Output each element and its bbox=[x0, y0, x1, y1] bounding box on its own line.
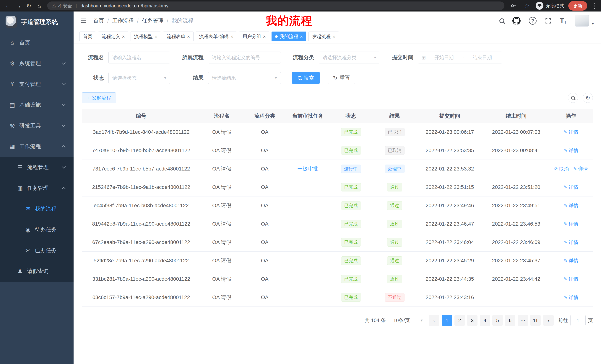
row-task-cell bbox=[287, 233, 329, 252]
toggle-search-button[interactable] bbox=[568, 93, 578, 103]
detail-link[interactable]: ✎详情 bbox=[564, 258, 578, 264]
sidebar-item-system[interactable]: ⚙系统管理 bbox=[0, 53, 74, 74]
forward-button[interactable]: → bbox=[14, 1, 23, 10]
search-button[interactable]: 搜索 bbox=[292, 72, 320, 84]
user-menu[interactable]: ▼ bbox=[575, 15, 595, 27]
category-select[interactable]: 请选择流程分类 ▾ bbox=[319, 52, 380, 63]
pager-page-11[interactable]: 11 bbox=[530, 315, 541, 326]
search-icon[interactable] bbox=[499, 18, 504, 23]
row-actions-cell: ⊘取消✎详情 bbox=[549, 160, 593, 178]
close-icon[interactable]: × bbox=[300, 34, 303, 39]
fullscreen-icon[interactable] bbox=[545, 17, 552, 24]
sidebar-item-home[interactable]: ⌂首页 bbox=[0, 32, 74, 53]
detail-link[interactable]: ✎详情 bbox=[564, 202, 578, 209]
pager-page-5[interactable]: 5 bbox=[492, 315, 503, 326]
close-icon[interactable]: × bbox=[332, 34, 335, 39]
detail-link[interactable]: ✎详情 bbox=[564, 294, 578, 301]
detail-link[interactable]: ✎详情 bbox=[564, 276, 578, 282]
close-icon[interactable]: × bbox=[230, 34, 233, 39]
tab-home[interactable]: 首页 bbox=[80, 31, 96, 41]
detail-link[interactable]: ✎详情 bbox=[564, 129, 578, 135]
tab-process-definition[interactable]: 流程定义× bbox=[98, 31, 128, 41]
detail-link[interactable]: ✎详情 bbox=[573, 166, 588, 172]
action-label: 详情 bbox=[569, 147, 578, 154]
sidebar-item-leave-query[interactable]: ♟请假查询 bbox=[0, 261, 74, 282]
tab-process-model[interactable]: 流程模型× bbox=[130, 31, 161, 41]
address-bar[interactable]: ⚠ 不安全 | dashboard.yudao.iocoder.cn/bpm/t… bbox=[47, 1, 504, 10]
pager-page-1[interactable]: 1 bbox=[442, 315, 452, 326]
sidebar-menu: ⌂首页⚙系统管理¥支付管理▤基础设施⚒研发工具▦工作流程☰流程管理▥任务管理✉我… bbox=[0, 32, 74, 282]
help-icon[interactable]: ? bbox=[529, 17, 537, 25]
result-tag: 通过 bbox=[387, 275, 402, 283]
sidebar-item-label: 工作流程 bbox=[19, 143, 41, 150]
sidebar-item-infrastructure[interactable]: ▤基础设施 bbox=[0, 95, 74, 115]
submit-time-range[interactable]: ⊞ 开始日期 - 结束日期 bbox=[418, 52, 502, 63]
page-size-select[interactable]: 10条/页 ▾ bbox=[390, 315, 426, 326]
sidebar-item-devtools[interactable]: ⚒研发工具 bbox=[0, 115, 74, 136]
sidebar-item-process-manage[interactable]: ☰流程管理 bbox=[0, 157, 74, 178]
row-status-cell: 已完成 bbox=[329, 196, 373, 215]
pager-ellipsis[interactable]: ··· bbox=[518, 315, 528, 326]
row-actions-cell: ✎详情 bbox=[549, 215, 593, 233]
row-status-cell: 已完成 bbox=[329, 178, 373, 196]
github-icon[interactable] bbox=[512, 17, 521, 25]
prev-page-button[interactable]: ‹ bbox=[429, 315, 439, 326]
pager-page-6[interactable]: 6 bbox=[505, 315, 515, 326]
row-task-cell bbox=[287, 215, 329, 233]
create-process-button[interactable]: + 发起流程 bbox=[82, 92, 116, 103]
detail-link[interactable]: ✎详情 bbox=[564, 239, 578, 246]
row-id-cell: 7317cec6-7b9b-11ec-b5b7-acde48001122 bbox=[82, 160, 200, 178]
breadcrumb-item[interactable]: 任务管理 bbox=[142, 17, 163, 25]
close-icon[interactable]: × bbox=[263, 34, 266, 39]
process-manage-icon: ☰ bbox=[16, 164, 25, 171]
sidebar-item-payment[interactable]: ¥支付管理 bbox=[0, 74, 74, 95]
tab-start-process[interactable]: 发起流程× bbox=[309, 31, 339, 41]
process-name-input[interactable] bbox=[109, 52, 170, 63]
detail-link[interactable]: ✎详情 bbox=[564, 221, 578, 227]
reload-button[interactable]: ↻ bbox=[24, 1, 33, 10]
sidebar-item-todo-tasks[interactable]: ◉待办任务 bbox=[0, 219, 74, 240]
action-label: 详情 bbox=[569, 239, 578, 246]
bookmark-star-icon[interactable]: ☆ bbox=[522, 1, 531, 10]
result-select[interactable]: 请选流结果 ▾ bbox=[208, 72, 281, 84]
detail-link[interactable]: ✎详情 bbox=[564, 147, 578, 154]
next-page-button[interactable]: › bbox=[543, 315, 554, 326]
close-icon[interactable]: × bbox=[187, 34, 190, 39]
detail-link[interactable]: ✎详情 bbox=[564, 184, 578, 191]
breadcrumb-item[interactable]: 首页 bbox=[93, 17, 104, 25]
sidebar-item-my-process[interactable]: ✉我的流程 bbox=[0, 199, 74, 219]
close-icon[interactable]: × bbox=[155, 34, 157, 39]
sidebar-item-workflow[interactable]: ▦工作流程 bbox=[0, 136, 74, 157]
tab-process-form[interactable]: 流程表单× bbox=[163, 31, 193, 41]
reset-button[interactable]: ↻ 重置 bbox=[328, 72, 355, 84]
current-task-link[interactable]: 一级审批 bbox=[297, 166, 318, 172]
status-label: 状态 bbox=[82, 74, 104, 82]
back-button[interactable]: ← bbox=[3, 1, 13, 10]
incognito-badge: 无痕模式 bbox=[536, 2, 564, 10]
tab-my-process[interactable]: 我的流程× bbox=[271, 31, 306, 41]
tab-user-group[interactable]: 用户分组× bbox=[239, 31, 269, 41]
sidebar-item-task-manage[interactable]: ▥任务管理 bbox=[0, 178, 74, 199]
pager-page-4[interactable]: 4 bbox=[480, 315, 490, 326]
end-date-input[interactable]: 结束日期 bbox=[466, 54, 499, 61]
status-select[interactable]: 请选择状态 ▾ bbox=[109, 72, 170, 84]
row-id-cell: 331bc281-7b9a-11ec-a290-acde48001122 bbox=[82, 270, 200, 288]
cancel-link[interactable]: ⊘取消 bbox=[554, 166, 569, 172]
refresh-table-button[interactable]: ↻ bbox=[583, 93, 593, 103]
close-icon[interactable]: × bbox=[122, 34, 125, 39]
sidebar-toggle-icon[interactable] bbox=[80, 17, 87, 25]
tab-process-form-edit[interactable]: 流程表单-编辑× bbox=[196, 31, 237, 41]
my-process-icon: ✉ bbox=[23, 206, 32, 212]
home-button[interactable]: ⌂ bbox=[35, 1, 44, 10]
pager-page-3[interactable]: 3 bbox=[467, 315, 478, 326]
browser-menu-icon[interactable]: ⋮ bbox=[591, 2, 598, 10]
parent-process-input[interactable] bbox=[208, 52, 281, 63]
sidebar-item-done-tasks[interactable]: ✂已办任务 bbox=[0, 240, 74, 261]
update-button[interactable]: 更新 bbox=[568, 1, 587, 10]
goto-page-input[interactable] bbox=[570, 315, 586, 326]
key-icon[interactable] bbox=[509, 1, 518, 10]
pager-page-2[interactable]: 2 bbox=[454, 315, 465, 326]
start-date-input[interactable]: 开始日期 bbox=[428, 54, 461, 61]
font-size-icon[interactable]: TT bbox=[560, 17, 566, 25]
breadcrumb-item[interactable]: 工作流程 bbox=[112, 17, 134, 25]
